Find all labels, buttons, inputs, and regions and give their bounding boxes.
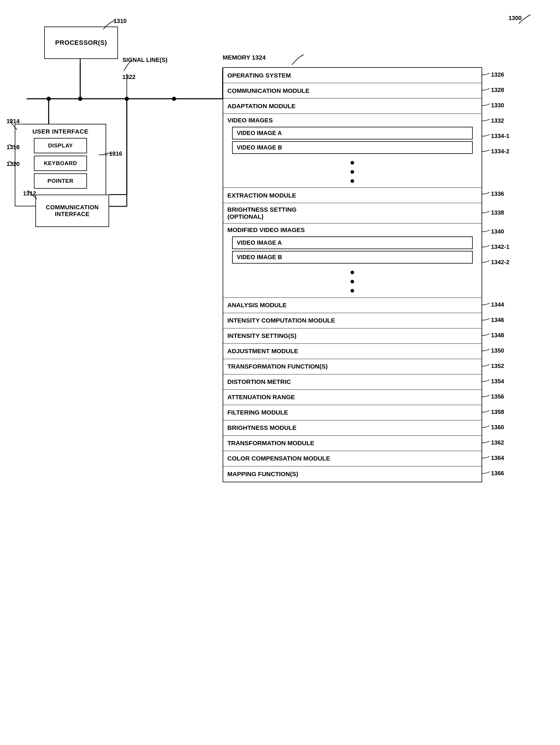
svg-text:1326: 1326 xyxy=(491,71,504,78)
svg-text:1342-1: 1342-1 xyxy=(491,244,509,250)
memory-label: MEMORY 1324 xyxy=(223,54,266,61)
row-communication-module: COMMUNICATION MODULE xyxy=(223,83,481,98)
svg-text:1328: 1328 xyxy=(491,87,504,93)
svg-text:1334-1: 1334-1 xyxy=(491,133,509,139)
row-video-images: VIDEO IMAGES VIDEO IMAGE A VIDEO IMAGE B… xyxy=(223,114,481,188)
svg-text:1340: 1340 xyxy=(491,228,504,235)
sub-video-image-b-2: VIDEO IMAGE B xyxy=(232,251,473,264)
svg-text:1336: 1336 xyxy=(491,190,504,197)
svg-text:1366: 1366 xyxy=(491,470,504,477)
svg-text:1364: 1364 xyxy=(491,455,504,461)
svg-text:1334-2: 1334-2 xyxy=(491,148,509,155)
row-mapping-functions: MAPPING FUNCTION(S) xyxy=(223,466,481,482)
svg-text:1352: 1352 xyxy=(491,363,504,369)
row-transformation-functions: TRANSFORMATION FUNCTION(S) xyxy=(223,359,481,375)
row-intensity-setting: INTENSITY SETTING(S) xyxy=(223,328,481,344)
row-brightness-setting: BRIGHTNESS SETTING(OPTIONAL) xyxy=(223,203,481,224)
sub-video-image-a-2: VIDEO IMAGE A xyxy=(232,236,473,249)
row-attenuation-range: ATTENUATION RANGE xyxy=(223,390,481,405)
sub-video-image-b-1: VIDEO IMAGE B xyxy=(232,141,473,154)
svg-text:1362: 1362 xyxy=(491,439,504,446)
bracket-memory xyxy=(289,52,313,66)
diagram: 1300 PROCESSOR(S) 1310 SIGNAL LINE(S) 13… xyxy=(0,0,560,745)
svg-text:1330: 1330 xyxy=(491,102,504,108)
svg-text:1356: 1356 xyxy=(491,393,504,400)
row-filtering-module: FILTERING MODULE xyxy=(223,405,481,420)
row-modified-video-images: MODIFIED VIDEO IMAGES VIDEO IMAGE A VIDE… xyxy=(223,224,481,297)
svg-text:1358: 1358 xyxy=(491,409,504,415)
svg-text:1338: 1338 xyxy=(491,209,504,216)
svg-text:1346: 1346 xyxy=(491,317,504,323)
row-brightness-module: BRIGHTNESS MODULE xyxy=(223,420,481,436)
svg-text:1350: 1350 xyxy=(491,347,504,354)
memory-container: OPERATING SYSTEM COMMUNICATION MODULE AD… xyxy=(223,67,482,482)
row-distortion-metric: DISTORTION METRIC xyxy=(223,375,481,390)
row-adaptation-module: ADAPTATION MODULE xyxy=(223,98,481,114)
row-transformation-module: TRANSFORMATION MODULE xyxy=(223,436,481,451)
row-color-compensation: COLOR COMPENSATION MODULE xyxy=(223,451,481,466)
ref-brackets-right: 1326 1328 1330 1332 1334-1 1334-2 1336 1… xyxy=(481,67,522,672)
row-operating-system: OPERATING SYSTEM xyxy=(223,68,481,83)
svg-text:1360: 1360 xyxy=(491,424,504,430)
dots-2: ● ● ● xyxy=(223,265,481,297)
row-intensity-computation: INTENSITY COMPUTATION MODULE xyxy=(223,313,481,328)
row-adjustment-module: ADJUSTMENT MODULE xyxy=(223,344,481,359)
dots-1: ● ● ● xyxy=(223,156,481,188)
svg-text:1348: 1348 xyxy=(491,332,504,338)
svg-text:1332: 1332 xyxy=(491,117,504,124)
row-analysis-module: ANALYSIS MODULE xyxy=(223,298,481,313)
svg-point-18 xyxy=(78,97,82,101)
row-extraction-module: EXTRACTION MODULE xyxy=(223,188,481,203)
sub-video-image-a-1: VIDEO IMAGE A xyxy=(232,127,473,139)
bracket-1300 xyxy=(501,9,536,27)
svg-text:1354: 1354 xyxy=(491,378,504,384)
svg-text:1342-2: 1342-2 xyxy=(491,259,509,265)
bus-lines xyxy=(0,0,236,236)
svg-text:1344: 1344 xyxy=(491,301,504,308)
